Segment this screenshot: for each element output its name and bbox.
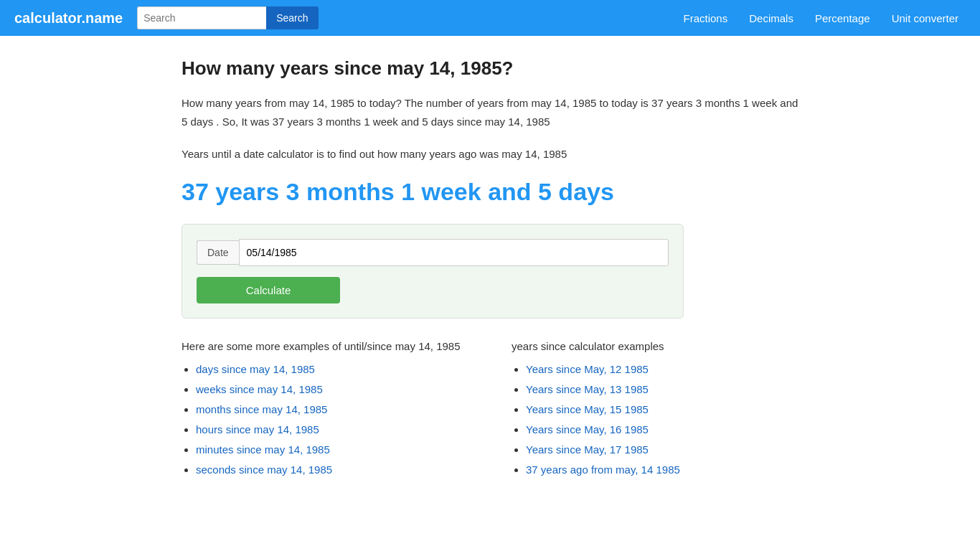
list-item: hours since may 14, 1985 xyxy=(196,423,468,436)
examples-right-list: Years since May, 12 1985 Years since May… xyxy=(512,363,798,476)
examples-left-heading: Here are some more examples of until/sin… xyxy=(182,340,468,352)
nav-percentage[interactable]: Percentage xyxy=(808,12,877,24)
list-item: seconds since may 14, 1985 xyxy=(196,463,468,476)
list-item: Years since May, 15 1985 xyxy=(526,403,798,416)
example-link[interactable]: Years since May, 17 1985 xyxy=(526,443,649,456)
site-logo: calculator.name xyxy=(14,10,123,27)
list-item: 37 years ago from may, 14 1985 xyxy=(526,463,798,476)
list-item: weeks since may 14, 1985 xyxy=(196,383,468,396)
date-label: Date xyxy=(197,240,239,265)
list-item: Years since May, 12 1985 xyxy=(526,363,798,376)
date-row: Date xyxy=(197,239,669,266)
search-input[interactable] xyxy=(137,6,266,29)
example-link[interactable]: Years since May, 15 1985 xyxy=(526,403,649,415)
examples-left-list: days since may 14, 1985 weeks since may … xyxy=(182,363,468,476)
search-button[interactable]: Search xyxy=(266,6,318,29)
list-item: Years since May, 16 1985 xyxy=(526,423,798,436)
example-link[interactable]: seconds since may 14, 1985 xyxy=(196,463,332,476)
result-heading: 37 years 3 months 1 week and 5 days xyxy=(182,178,798,206)
example-link[interactable]: Years since May, 12 1985 xyxy=(526,363,649,375)
example-link[interactable]: 37 years ago from may, 14 1985 xyxy=(526,463,680,476)
examples-right-heading: years since calculator examples xyxy=(512,340,798,352)
example-link[interactable]: hours since may 14, 1985 xyxy=(196,423,319,435)
nav-unit-converter[interactable]: Unit converter xyxy=(885,12,966,24)
nav-decimals[interactable]: Decimals xyxy=(742,12,801,24)
example-link[interactable]: minutes since may 14, 1985 xyxy=(196,443,330,456)
example-link[interactable]: weeks since may 14, 1985 xyxy=(196,383,323,395)
examples-left-col: Here are some more examples of until/sin… xyxy=(182,340,468,484)
list-item: Years since May, 17 1985 xyxy=(526,443,798,456)
list-item: days since may 14, 1985 xyxy=(196,363,468,376)
main-nav: Fractions Decimals Percentage Unit conve… xyxy=(677,12,966,24)
date-input[interactable] xyxy=(239,239,669,266)
list-item: Years since May, 13 1985 xyxy=(526,383,798,396)
description-1: How many years from may 14, 1985 to toda… xyxy=(182,94,798,131)
example-link[interactable]: Years since May, 16 1985 xyxy=(526,423,649,435)
nav-fractions[interactable]: Fractions xyxy=(677,12,735,24)
examples-right-col: years since calculator examples Years si… xyxy=(512,340,798,484)
calculator-box: Date Calculate xyxy=(182,224,684,319)
list-item: months since may 14, 1985 xyxy=(196,403,468,416)
calculate-button[interactable]: Calculate xyxy=(197,277,340,303)
list-item: minutes since may 14, 1985 xyxy=(196,443,468,456)
example-link[interactable]: months since may 14, 1985 xyxy=(196,403,327,415)
search-form: Search xyxy=(137,6,318,29)
examples-section: Here are some more examples of until/sin… xyxy=(182,340,798,484)
description-2: Years until a date calculator is to find… xyxy=(182,145,798,164)
page-title: How many years since may 14, 1985? xyxy=(182,57,798,80)
example-link[interactable]: days since may 14, 1985 xyxy=(196,363,315,375)
example-link[interactable]: Years since May, 13 1985 xyxy=(526,383,649,395)
